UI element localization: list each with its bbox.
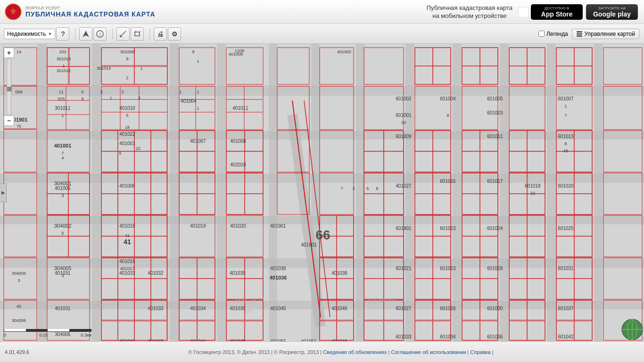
svg-text:301011: 301011	[55, 106, 71, 111]
svg-text:3: 3	[352, 186, 355, 191]
svg-text:402019: 402019	[230, 162, 246, 167]
scale-labels: 0 0.15 0.3км	[4, 333, 91, 337]
bottom-center: © Госпицентр 2013, © Дата+ 2013 | © Роср…	[42, 349, 639, 355]
help-link[interactable]: Справка	[471, 349, 491, 355]
svg-text:401033: 401033	[148, 306, 164, 311]
info-tool-btn[interactable]: i	[93, 27, 107, 41]
svg-text:9: 9	[81, 97, 83, 101]
svg-text:9: 9	[192, 49, 194, 54]
svg-text:401901: 401901	[301, 242, 317, 247]
left-expand-button[interactable]: ▶	[0, 183, 7, 202]
svg-text:41: 41	[125, 233, 130, 238]
svg-text:3: 3	[121, 90, 124, 94]
svg-text:601036: 601036	[487, 334, 503, 339]
updates-link[interactable]: Сведения об обновлениях	[323, 349, 387, 355]
svg-text:5: 5	[61, 231, 64, 236]
svg-rect-26	[269, 44, 277, 341]
globe-widget[interactable]	[620, 318, 644, 341]
svg-text:601031: 601031	[558, 266, 574, 271]
svg-text:203: 203	[59, 49, 66, 54]
svg-text:401034: 401034	[190, 306, 206, 311]
svg-text:401006: 401006	[119, 183, 135, 189]
svg-text:601021: 601021	[396, 266, 412, 271]
svg-rect-25	[217, 44, 225, 341]
svg-text:401035: 401035	[230, 306, 246, 311]
svg-text:1: 1	[197, 59, 199, 64]
googleplay-button[interactable]: ЗАГРУЗИТЕ НА Google play	[586, 4, 638, 20]
svg-text:401008: 401008	[230, 139, 246, 144]
svg-text:66: 66	[315, 228, 330, 242]
title-area: ПОРТАЛ УСЛУГ ПУБЛИЧНАЯ КАДАСТРОВАЯ КАРТА	[25, 6, 156, 18]
manage-map-button[interactable]: Управление картой	[572, 29, 639, 39]
svg-text:304005: 304005	[12, 271, 26, 276]
scale-seg-4	[69, 329, 91, 331]
svg-text:601024: 601024	[487, 226, 503, 231]
zoom-in-button[interactable]: +	[4, 48, 14, 58]
svg-text:601030: 601030	[487, 306, 503, 311]
svg-text:18: 18	[125, 125, 130, 130]
svg-text:304002: 304002	[54, 223, 72, 229]
svg-text:301014: 301014	[97, 66, 111, 71]
svg-text:401036: 401036	[270, 266, 286, 271]
svg-text:601004: 601004	[440, 96, 456, 101]
property-type-dropdown[interactable]: Недвижимость ▼	[4, 29, 55, 39]
svg-text:601023: 601023	[440, 266, 456, 271]
svg-text:401045: 401045	[270, 306, 286, 311]
settings-btn[interactable]: ⚙	[168, 27, 181, 41]
svg-text:601016: 601016	[440, 179, 456, 184]
svg-text:1: 1	[109, 96, 112, 100]
svg-text:601003: 601003	[487, 110, 503, 115]
svg-rect-31	[500, 44, 508, 341]
svg-text:009: 009	[15, 90, 22, 94]
svg-rect-28	[356, 44, 364, 341]
help-icon-btn[interactable]: ?	[56, 27, 69, 41]
svg-rect-29	[405, 44, 414, 341]
legend-checkbox[interactable]	[538, 31, 545, 37]
svg-text:1: 1	[197, 106, 199, 111]
svg-text:4: 4	[61, 156, 64, 160]
svg-text:601023: 601023	[440, 226, 456, 231]
svg-text:401902: 401902	[337, 49, 351, 54]
svg-text:601033: 601033	[396, 334, 412, 339]
svg-marker-3	[83, 31, 89, 37]
svg-line-6	[120, 31, 126, 37]
svg-text:401019: 401019	[190, 223, 206, 229]
svg-text:1: 1	[179, 90, 182, 94]
svg-text:3: 3	[138, 96, 140, 100]
measure-area-btn[interactable]	[131, 27, 144, 41]
header: ⚜ ПОРТАЛ УСЛУГ ПУБЛИЧНАЯ КАДАСТРОВАЯ КАР…	[0, 0, 644, 24]
map-container[interactable]: 14 009 76 203 301013 301012 1 301008 9 3…	[0, 44, 644, 341]
zoom-handle[interactable]	[7, 87, 12, 91]
svg-text:601018: 601018	[525, 183, 541, 189]
svg-text:401011: 401011	[232, 106, 248, 111]
header-right: Публичная кадастровая карта на мобильном…	[427, 0, 639, 24]
zoom-out-button[interactable]: −	[4, 115, 14, 126]
svg-text:401018: 401018	[119, 223, 135, 229]
navigation-tool-btn[interactable]	[79, 27, 92, 41]
svg-text:401032: 401032	[148, 271, 164, 276]
legend-checkbox-label[interactable]: Легенда	[538, 31, 568, 37]
svg-text:5: 5	[119, 151, 121, 156]
measure-distance-btn[interactable]	[116, 27, 130, 41]
print-btn[interactable]: 🖨	[154, 27, 167, 41]
svg-text:301012: 301012	[57, 68, 71, 73]
toolbar: Недвижимость ▼ ? i 🖨 ⚙ Легенда	[0, 24, 644, 44]
logo-area: ⚜ ПОРТАЛ УСЛУГ ПУБЛИЧНАЯ КАДАСТРОВАЯ КАР…	[5, 3, 156, 20]
svg-text:601007: 601007	[558, 96, 574, 101]
svg-text:15: 15	[563, 148, 568, 153]
svg-text:401020: 401020	[230, 223, 246, 229]
svg-rect-2	[518, 7, 528, 17]
svg-text:401031: 401031	[55, 306, 71, 311]
svg-rect-14	[577, 35, 582, 37]
svg-text:5: 5	[126, 113, 128, 118]
zoom-slider[interactable]	[7, 58, 11, 115]
agreement-link[interactable]: Соглашение об использовании	[391, 349, 466, 355]
svg-text:601001: 601001	[396, 113, 412, 118]
version-label: 4.01.429.6	[5, 349, 42, 355]
svg-text:1: 1	[61, 113, 64, 118]
svg-text:401007: 401007	[190, 139, 206, 144]
appstore-button[interactable]: Доступно в App Store	[531, 4, 583, 20]
svg-text:601027: 601027	[396, 306, 412, 311]
main-title: ПУБЛИЧНАЯ КАДАСТРОВАЯ КАРТА	[25, 10, 156, 18]
map-controls: + −	[4, 48, 14, 126]
